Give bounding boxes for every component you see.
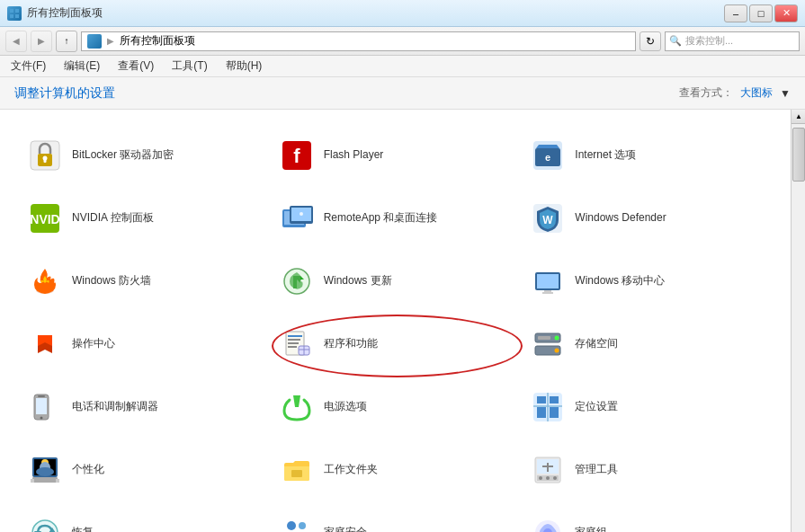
family-icon — [279, 515, 315, 532]
svg-point-43 — [40, 417, 43, 420]
page-header: 调整计算机的设置 查看方式： 大图标 ▼ — [0, 77, 805, 110]
view-label: 查看方式： — [679, 85, 733, 101]
view-options: 查看方式： 大图标 ▼ — [679, 85, 791, 101]
title-bar: 所有控制面板项 – □ ✕ — [0, 0, 805, 27]
svg-rect-49 — [550, 407, 559, 418]
window-icon — [7, 6, 22, 21]
svg-rect-57 — [56, 479, 59, 483]
svg-rect-30 — [288, 339, 300, 341]
svg-rect-3 — [15, 14, 19, 18]
control-personalize[interactable]: 个性化 — [18, 439, 270, 501]
menu-file[interactable]: 文件(F) — [7, 57, 49, 75]
bitlocker-label: BitLocker 驱动器加密 — [72, 148, 174, 163]
programs-label: 程序和功能 — [324, 337, 378, 351]
control-defender[interactable]: W Windows Defender — [521, 187, 773, 250]
control-phone[interactable]: 电话和调制解调器 — [18, 376, 270, 439]
winupdate-icon — [279, 263, 315, 299]
forward-button[interactable]: ▶ — [31, 31, 52, 52]
svg-rect-40 — [538, 336, 550, 340]
panel-content: BitLocker 驱动器加密 f Flash Player — [0, 110, 805, 532]
control-homegroup[interactable]: 家庭组 — [521, 501, 773, 532]
up-button[interactable]: ↑ — [56, 31, 77, 52]
svg-text:NVID: NVID — [30, 212, 59, 226]
scroll-up-button[interactable]: ▲ — [792, 110, 805, 124]
control-actioncenter[interactable]: 操作中心 — [18, 313, 270, 376]
svg-point-19 — [300, 212, 303, 216]
workfolder-label: 工作文件夹 — [324, 463, 378, 477]
control-mobilecenter[interactable]: Windows 移动中心 — [521, 250, 773, 313]
internet-label: Internet 选项 — [575, 148, 636, 163]
control-flash[interactable]: f Flash Player — [270, 124, 522, 187]
svg-rect-27 — [542, 292, 553, 294]
refresh-button[interactable]: ↻ — [640, 31, 661, 51]
address-icon — [87, 34, 102, 49]
svg-rect-42 — [36, 398, 47, 414]
control-nvidia[interactable]: NVID NVIDIA 控制面板 — [18, 187, 270, 250]
view-current[interactable]: 大图标 — [740, 85, 773, 101]
items-area: BitLocker 驱动器加密 f Flash Player — [0, 110, 791, 532]
control-admintools[interactable]: 管理工具 — [521, 439, 773, 501]
svg-rect-1 — [15, 9, 19, 13]
control-location[interactable]: 定位设置 — [521, 376, 773, 439]
minimize-button[interactable]: – — [724, 4, 747, 22]
phone-icon — [27, 389, 63, 425]
menu-view[interactable]: 查看(V) — [114, 57, 157, 75]
control-winupdate[interactable]: Windows 更新 — [270, 250, 522, 313]
personalize-icon — [27, 452, 63, 488]
control-power[interactable]: 电源选项 — [270, 376, 522, 439]
control-remoteapp[interactable]: RemoteApp 和桌面连接 — [270, 187, 522, 250]
svg-rect-0 — [10, 9, 13, 13]
mobilecenter-icon — [530, 263, 566, 299]
svg-rect-31 — [288, 342, 299, 344]
workfolder-icon — [279, 452, 315, 488]
svg-rect-48 — [537, 407, 546, 418]
svg-point-64 — [539, 476, 542, 480]
scroll-track[interactable] — [792, 124, 805, 532]
nvidia-icon: NVID — [27, 200, 63, 236]
flash-icon: f — [279, 137, 315, 173]
control-family[interactable]: 家庭安全 — [270, 501, 522, 532]
firewall-label: Windows 防火墙 — [72, 274, 151, 288]
back-button[interactable]: ◀ — [5, 31, 27, 52]
firewall-icon — [27, 263, 63, 299]
menu-tools[interactable]: 工具(T) — [168, 57, 210, 75]
remoteapp-icon — [279, 200, 315, 236]
svg-rect-25 — [537, 274, 559, 288]
remoteapp-label: RemoteApp 和桌面连接 — [324, 211, 438, 226]
svg-rect-32 — [288, 346, 297, 348]
defender-label: Windows Defender — [575, 211, 666, 226]
nav-bar: ◀ ▶ ↑ ▶ 所有控制面板项 ↻ 🔍 搜索控制... — [0, 27, 805, 56]
window-title: 所有控制面板项 — [27, 5, 103, 21]
page-title: 调整计算机的设置 — [14, 85, 115, 102]
actioncenter-label: 操作中心 — [72, 337, 115, 351]
winupdate-label: Windows 更新 — [324, 274, 392, 288]
maximize-button[interactable]: □ — [749, 4, 773, 22]
menu-edit[interactable]: 编辑(E) — [60, 57, 103, 75]
svg-point-39 — [555, 349, 559, 353]
control-recovery[interactable]: 恢复 — [18, 501, 270, 532]
mobilecenter-label: Windows 移动中心 — [575, 274, 665, 288]
menu-bar: 文件(F) 编辑(E) 查看(V) 工具(T) 帮助(H) — [0, 56, 805, 77]
bitlocker-icon — [27, 137, 63, 173]
control-bitlocker[interactable]: BitLocker 驱动器加密 — [18, 124, 270, 187]
control-storage[interactable]: 存储空间 — [521, 313, 773, 376]
address-bar[interactable]: ▶ 所有控制面板项 — [81, 31, 636, 51]
svg-point-59 — [36, 467, 54, 476]
search-box[interactable]: 🔍 搜索控制... — [665, 31, 800, 51]
control-programs[interactable]: 程序和功能 — [270, 313, 522, 376]
homegroup-label: 家庭组 — [575, 526, 607, 532]
window-controls: – □ ✕ — [724, 4, 798, 22]
scrollbar[interactable]: ▲ ▼ — [791, 110, 805, 532]
control-workfolder[interactable]: 工作文件夹 — [270, 439, 522, 501]
admintools-icon — [530, 452, 566, 488]
scroll-thumb[interactable] — [792, 128, 805, 182]
menu-help[interactable]: 帮助(H) — [222, 57, 266, 75]
svg-rect-44 — [38, 395, 45, 397]
programs-icon — [279, 326, 315, 362]
close-button[interactable]: ✕ — [774, 4, 798, 22]
control-firewall[interactable]: Windows 防火墙 — [18, 250, 270, 313]
svg-rect-26 — [544, 290, 551, 292]
control-internet[interactable]: e Internet 选项 — [521, 124, 773, 187]
svg-rect-46 — [537, 396, 546, 403]
flash-label: Flash Player — [324, 148, 384, 163]
